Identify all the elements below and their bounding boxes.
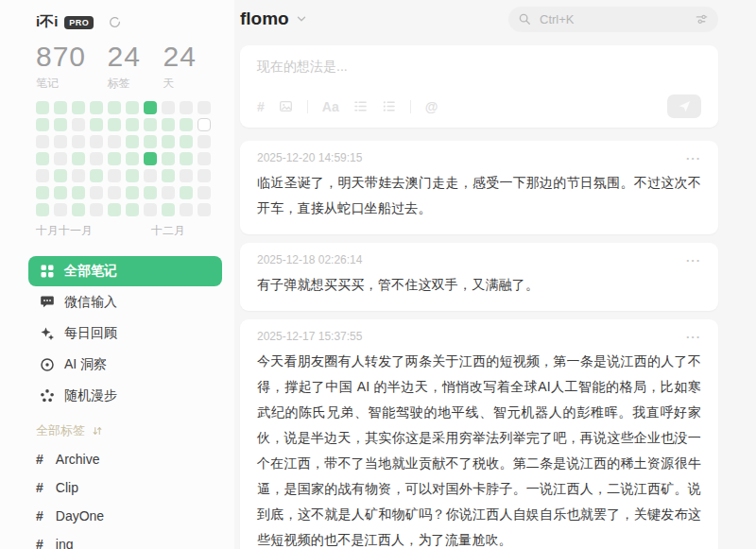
heatmap-cell[interactable] [72, 152, 85, 165]
heatmap-cell[interactable] [36, 101, 49, 114]
heatmap-cell[interactable] [180, 186, 193, 199]
heatmap-cell[interactable] [36, 135, 49, 148]
heatmap-cell[interactable] [90, 186, 103, 199]
heatmap-month-labels: 十月十一月十二月 [36, 223, 234, 239]
heatmap-cell[interactable] [144, 203, 157, 216]
sidebar-tag-item[interactable]: # Archive [36, 445, 234, 473]
heatmap-cell[interactable] [162, 118, 175, 131]
heatmap-cell[interactable] [72, 169, 85, 182]
heatmap-cell[interactable] [36, 118, 49, 131]
heatmap-cell[interactable] [36, 203, 49, 216]
heatmap-cell[interactable] [126, 169, 139, 182]
mention-icon[interactable]: @ [425, 100, 438, 113]
sidebar-tag-item[interactable]: # ing [36, 530, 234, 549]
heatmap-cell[interactable] [108, 169, 121, 182]
search-input[interactable] [538, 11, 664, 27]
heatmap-cell[interactable] [198, 135, 211, 148]
heatmap-cell[interactable] [144, 135, 157, 148]
heatmap-cell[interactable] [144, 101, 157, 114]
heatmap-cell[interactable] [54, 186, 67, 199]
heatmap-cell[interactable] [162, 152, 175, 165]
heatmap-cell[interactable] [144, 169, 157, 182]
heatmap-cell[interactable] [198, 203, 211, 216]
heatmap-cell[interactable] [90, 169, 103, 182]
note-input[interactable]: 现在的想法是... [257, 59, 701, 79]
heatmap-cell[interactable] [126, 203, 139, 216]
heatmap-cell[interactable] [108, 135, 121, 148]
sidebar-menu-item[interactable]: 随机漫步 [28, 381, 222, 411]
heatmap-cell[interactable] [90, 101, 103, 114]
sidebar-menu-item[interactable]: AI 洞察 [28, 350, 222, 380]
sync-icon[interactable] [108, 15, 122, 29]
heatmap-cell[interactable] [162, 203, 175, 216]
heatmap-cell[interactable] [54, 135, 67, 148]
heatmap-cell[interactable] [36, 169, 49, 182]
stat-item: 24 标签 [108, 41, 163, 92]
sidebar-menu-item[interactable]: 全部笔记 [28, 256, 222, 286]
note-card: 2025-12-17 15:37:55 ··· 今天看朋友圈有人转发了两条关于江… [240, 319, 718, 549]
heatmap-cell[interactable] [54, 203, 67, 216]
sidebar-menu-item[interactable]: 微信输入 [28, 287, 222, 317]
sidebar-tag-item[interactable]: # Clip [36, 473, 234, 502]
hash-icon[interactable]: # [257, 100, 265, 113]
image-icon[interactable] [279, 99, 293, 113]
heatmap-cell[interactable] [198, 169, 211, 182]
heatmap-cell[interactable] [54, 169, 67, 182]
heatmap-cell[interactable] [180, 203, 193, 216]
heatmap-cell[interactable] [198, 101, 211, 114]
more-icon[interactable]: ··· [686, 254, 701, 266]
heatmap-cell[interactable] [72, 186, 85, 199]
heatmap-cell[interactable] [90, 118, 103, 131]
heatmap-cell[interactable] [36, 186, 49, 199]
heatmap-cell[interactable] [90, 203, 103, 216]
heatmap-cell[interactable] [180, 118, 193, 131]
heatmap-cell[interactable] [72, 203, 85, 216]
send-icon[interactable] [667, 94, 701, 118]
heatmap-cell[interactable] [108, 203, 121, 216]
heatmap-cell[interactable] [72, 101, 85, 114]
heatmap-cell[interactable] [36, 152, 49, 165]
sidebar-tag-item[interactable]: # DayOne [36, 502, 234, 530]
flomo-logo[interactable]: flomo [240, 9, 289, 29]
heatmap-cell[interactable] [198, 186, 211, 199]
heatmap-cell[interactable] [54, 118, 67, 131]
heatmap-cell[interactable] [144, 186, 157, 199]
heatmap-cell[interactable] [162, 169, 175, 182]
heatmap-cell[interactable] [108, 118, 121, 131]
heatmap-cell[interactable] [126, 152, 139, 165]
heatmap-cell[interactable] [90, 135, 103, 148]
heatmap-cell[interactable] [162, 186, 175, 199]
heatmap-cell[interactable] [144, 118, 157, 131]
heatmap-cell[interactable] [72, 118, 85, 131]
heatmap-cell[interactable] [108, 101, 121, 114]
sidebar-menu-item[interactable]: 每日回顾 [28, 318, 222, 349]
heatmap-cell[interactable] [126, 118, 139, 131]
more-icon[interactable]: ··· [686, 152, 701, 164]
heatmap-cell[interactable] [180, 152, 193, 165]
filter-icon[interactable] [695, 12, 709, 26]
heatmap-cell[interactable] [90, 152, 103, 165]
more-icon[interactable]: ··· [686, 331, 701, 343]
format-icon[interactable]: Aa [322, 100, 339, 113]
ordered-list-icon[interactable] [353, 99, 368, 113]
chevron-down-icon[interactable] [295, 12, 308, 26]
search-bar[interactable] [508, 7, 718, 32]
heatmap-cell[interactable] [126, 101, 139, 114]
heatmap-cell[interactable] [54, 152, 67, 165]
heatmap-cell[interactable] [198, 118, 211, 131]
sort-icon[interactable] [92, 425, 103, 437]
heatmap-cell[interactable] [108, 186, 121, 199]
heatmap-cell[interactable] [108, 152, 121, 165]
heatmap-cell[interactable] [126, 135, 139, 148]
heatmap-cell[interactable] [126, 186, 139, 199]
heatmap-cell[interactable] [180, 135, 193, 148]
heatmap-cell[interactable] [180, 101, 193, 114]
heatmap-cell[interactable] [72, 135, 85, 148]
heatmap-cell[interactable] [162, 135, 175, 148]
heatmap-cell[interactable] [198, 152, 211, 165]
bullet-list-icon[interactable] [382, 99, 396, 113]
heatmap-cell[interactable] [144, 152, 157, 165]
heatmap-cell[interactable] [180, 169, 193, 182]
heatmap-cell[interactable] [54, 101, 67, 114]
heatmap-cell[interactable] [162, 101, 175, 114]
